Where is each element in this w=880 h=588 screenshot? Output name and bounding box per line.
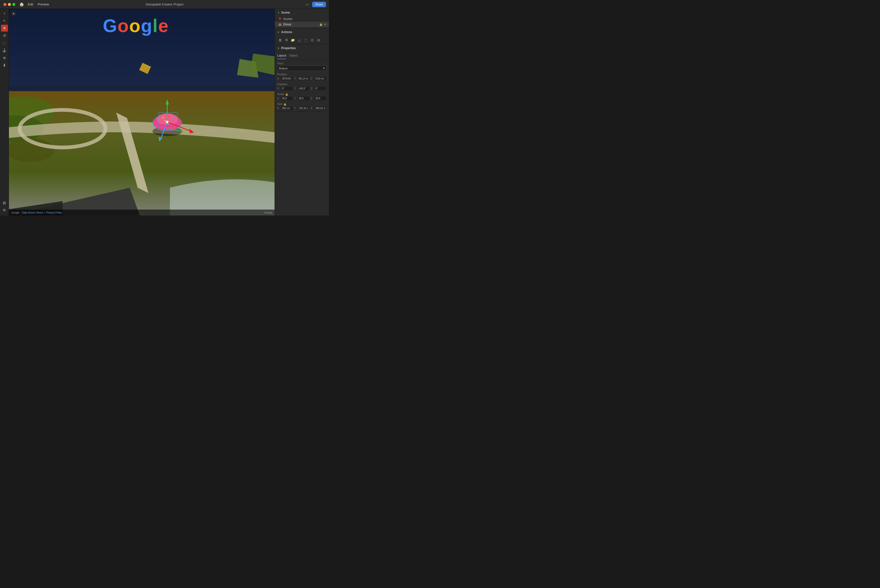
rotation-x-input[interactable] xyxy=(281,86,293,91)
scale-xyz: X Y Z xyxy=(277,96,326,100)
left-toolbar: ＋ ↖ ✛ ↺ ⬚ ⚓ ⊕ ⬇ ▤ ⚙ xyxy=(0,9,9,216)
privacy-policy-link[interactable]: Privacy Policy xyxy=(47,211,62,214)
layers-button[interactable]: ▤ xyxy=(1,199,8,206)
anchor-item-label: Anchor xyxy=(283,17,326,21)
size-z-input[interactable] xyxy=(314,106,326,110)
minimize-button[interactable] xyxy=(8,3,11,6)
footer-google2: Google xyxy=(264,211,272,214)
window-title: Geospatial Creator Project xyxy=(146,3,183,6)
right-panel: ▼ Scene 📍 Anchor 🍩 Donut 🔒 👁 xyxy=(275,9,329,216)
zoom-button[interactable]: ＋ xyxy=(11,11,16,16)
scene-section: ▼ Scene 📍 Anchor 🍩 Donut 🔒 👁 xyxy=(275,9,329,28)
position-z-input[interactable] xyxy=(314,76,326,81)
scale-x-label: X xyxy=(277,97,280,100)
svg-point-18 xyxy=(162,117,164,118)
rotation-z-input[interactable] xyxy=(314,86,326,91)
donut-lock-icon[interactable]: 🔒 xyxy=(319,23,323,26)
copy-action-button[interactable]: ⧉ xyxy=(284,37,289,43)
position-label: Position xyxy=(277,73,326,76)
settings-button[interactable]: ⚙ xyxy=(1,207,8,213)
actions-header[interactable]: ▼ Actions xyxy=(275,28,329,36)
data-source-terms-link[interactable]: Data Source Terms xyxy=(22,211,43,214)
title-bar-controls: ↩ Share xyxy=(305,2,326,7)
pivot-value: Bottom xyxy=(279,67,288,70)
size-x-input[interactable] xyxy=(281,106,293,110)
position-x-input[interactable] xyxy=(281,76,293,81)
scene-title: Scene xyxy=(281,11,290,14)
actions-bar: 🗑 ⧉ 📁 △ ⬚ ⊡ ⊟ xyxy=(275,36,329,44)
size-label: Size xyxy=(277,102,282,105)
footer-google: Google xyxy=(11,211,19,214)
footer-sep1: · xyxy=(20,211,21,214)
rotation-y-input[interactable] xyxy=(297,86,310,91)
properties-tabs: Layout Object xyxy=(275,52,329,60)
viewport[interactable]: Google xyxy=(9,9,275,216)
donut-item-icon: 🍩 xyxy=(278,23,282,26)
traffic-lights xyxy=(3,3,15,6)
size-z-label: Z xyxy=(311,107,313,110)
menu-bar: Edit Preview xyxy=(28,3,49,6)
select-tool-button[interactable]: ↖ xyxy=(1,17,8,24)
viewport-canvas: Google xyxy=(9,9,275,216)
scene-item-anchor[interactable]: 📍 Anchor xyxy=(275,16,329,22)
rotation-y-label: Y xyxy=(294,87,297,90)
transform1-action-button[interactable]: ⬚ xyxy=(303,37,308,43)
actions-title: Actions xyxy=(281,30,292,34)
scene-item-donut[interactable]: 🍩 Donut 🔒 👁 xyxy=(275,22,329,27)
svg-point-20 xyxy=(171,118,173,119)
rotation-x-label: X xyxy=(277,87,280,90)
size-xyz: X Y Z xyxy=(277,106,326,110)
anchor-item-icon: 📍 xyxy=(278,18,282,21)
rotate-tool-button[interactable]: ↺ xyxy=(1,32,8,39)
home-icon[interactable]: 🏠 xyxy=(19,2,24,7)
scale-lock-icon[interactable]: 🔒 xyxy=(285,93,288,96)
position-xyz: X Y Z xyxy=(277,76,326,81)
move-tool-button[interactable]: ✛ xyxy=(1,25,8,32)
pivot-control: Bottom ▾ xyxy=(277,66,326,71)
scene-header[interactable]: ▼ Scene xyxy=(275,9,329,16)
size-y-input[interactable] xyxy=(297,106,310,110)
donut-visible-icon[interactable]: 👁 xyxy=(324,23,326,26)
svg-point-19 xyxy=(168,116,169,117)
scale-x-input[interactable] xyxy=(281,96,293,100)
scene-tree: 📍 Anchor 🍩 Donut 🔒 👁 xyxy=(275,16,329,28)
transform2-action-button[interactable]: ⊡ xyxy=(309,37,315,43)
menu-edit[interactable]: Edit xyxy=(28,3,33,6)
add-tool-button[interactable]: ＋ xyxy=(1,10,8,17)
anchor-action-button[interactable]: △ xyxy=(297,37,302,43)
pivot-select[interactable]: Bottom ▾ xyxy=(277,66,326,71)
scale-z-input[interactable] xyxy=(314,96,326,100)
close-button[interactable] xyxy=(3,3,6,6)
delete-action-button[interactable]: 🗑 xyxy=(277,37,283,43)
scale-y-input[interactable] xyxy=(297,96,310,100)
move-vertical-button[interactable]: ⬇ xyxy=(1,62,8,69)
folder-action-button[interactable]: 📁 xyxy=(290,37,296,43)
position-z-label: Z xyxy=(311,77,313,80)
tab-layout[interactable]: Layout xyxy=(277,53,286,59)
scale-label: Scale xyxy=(277,93,284,96)
menu-preview[interactable]: Preview xyxy=(38,3,49,6)
aerial-view: Google xyxy=(9,9,275,216)
fullscreen-button[interactable] xyxy=(12,3,15,6)
scene-chevron: ▼ xyxy=(277,11,280,14)
anchor-tool-button[interactable]: ⚓ xyxy=(1,47,8,54)
size-y-label: Y xyxy=(294,107,297,110)
svg-text:Google: Google xyxy=(103,15,169,36)
toolbar-bottom: ▤ ⚙ xyxy=(1,199,8,216)
move-all-button[interactable]: ⊕ xyxy=(1,54,8,61)
svg-point-30 xyxy=(166,121,169,123)
donut-item-actions: 🔒 👁 xyxy=(319,23,326,26)
rotation-xyz: X Y Z xyxy=(277,86,326,91)
actions-section: ▼ Actions 🗑 ⧉ 📁 △ ⬚ ⊡ ⊟ xyxy=(275,28,329,44)
position-y-input[interactable] xyxy=(297,76,310,81)
footer-sep2: + xyxy=(44,211,45,214)
size-lock-icon[interactable]: 🔒 xyxy=(284,103,287,106)
properties-header[interactable]: ▼ Properties xyxy=(275,44,329,52)
transform3-action-button[interactable]: ⊟ xyxy=(316,37,321,43)
scale-tool-button[interactable]: ⬚ xyxy=(1,39,8,46)
tab-object[interactable]: Object xyxy=(289,53,298,59)
properties-chevron: ▼ xyxy=(277,47,280,50)
undo-button[interactable]: ↩ xyxy=(305,2,310,7)
rotation-label: Rotation xyxy=(277,83,326,86)
share-button[interactable]: Share xyxy=(312,2,326,7)
